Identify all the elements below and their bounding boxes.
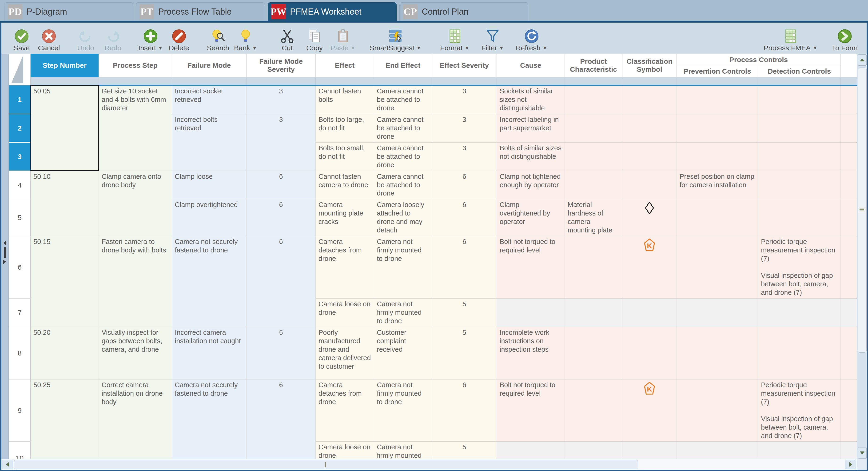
cell-extra[interactable] bbox=[841, 379, 857, 442]
cell-failure-mode[interactable]: Camera not securely fastened to drone bbox=[172, 379, 247, 459]
process-fmea-button[interactable]: Process FMEA▼ bbox=[761, 24, 820, 52]
cell-end-effect[interactable]: Camera cannot be attached to drone bbox=[374, 142, 432, 171]
column-header-effect[interactable]: Effect bbox=[316, 54, 374, 77]
cell-classification-symbol[interactable] bbox=[622, 142, 677, 171]
cell-failure-mode-severity[interactable]: 6 bbox=[247, 379, 316, 459]
filter-cell[interactable] bbox=[497, 77, 565, 85]
cell-cause[interactable]: Incomplete work instructions on inspecti… bbox=[497, 327, 565, 379]
filter-cell[interactable] bbox=[677, 77, 758, 85]
cell-cause[interactable]: Sockets of similar sizes not distinguish… bbox=[497, 85, 565, 114]
row-header[interactable]: 3 bbox=[9, 142, 31, 171]
panel-splitter-handle[interactable] bbox=[2, 241, 7, 264]
cell-failure-mode-severity[interactable]: 6 bbox=[247, 199, 316, 236]
format-button[interactable]: Format▼ bbox=[438, 24, 472, 52]
cancel-button[interactable]: Cancel bbox=[35, 24, 63, 52]
cell-effect-severity[interactable]: 5 bbox=[432, 442, 497, 459]
filter-cell[interactable] bbox=[31, 77, 99, 85]
cell-end-effect[interactable]: Camera not firmly mounted to drone bbox=[374, 379, 432, 442]
cell-product-characteristic[interactable] bbox=[565, 298, 622, 327]
column-header-prevention-controls[interactable]: Prevention Controls bbox=[677, 66, 758, 77]
cell-extra[interactable] bbox=[841, 236, 857, 299]
cell-step-number[interactable]: 50.25 bbox=[31, 379, 99, 459]
cell-process-step[interactable]: Visually inspect for gaps between bolts,… bbox=[99, 327, 172, 379]
cell-classification-symbol[interactable] bbox=[622, 114, 677, 142]
row-header[interactable]: 10 bbox=[9, 442, 31, 459]
cell-prevention-controls[interactable] bbox=[677, 142, 758, 171]
cell-detection-controls[interactable] bbox=[758, 298, 841, 327]
cell-product-characteristic[interactable] bbox=[565, 171, 622, 199]
row-header[interactable]: 9 bbox=[9, 379, 31, 442]
cell-effect[interactable]: Cannot fasten bolts bbox=[316, 85, 374, 114]
cell-process-step[interactable]: Fasten camera to drone body with bolts bbox=[99, 236, 172, 327]
cell-step-number[interactable]: 50.05 bbox=[31, 85, 99, 171]
cell-detection-controls[interactable] bbox=[758, 142, 841, 171]
delete-button[interactable]: Delete bbox=[165, 24, 193, 52]
filter-cell[interactable] bbox=[172, 77, 247, 85]
row-header[interactable]: 1 bbox=[9, 85, 31, 114]
row-header[interactable]: 4 bbox=[9, 171, 31, 199]
cell-product-characteristic[interactable] bbox=[565, 327, 622, 379]
cell-failure-mode-severity[interactable]: 3 bbox=[247, 85, 316, 114]
cell-extra[interactable] bbox=[841, 199, 857, 236]
cell-effect[interactable]: Camera detaches from drone bbox=[316, 379, 374, 442]
row-header[interactable]: 7 bbox=[9, 298, 31, 327]
cell-step-number[interactable]: 50.15 bbox=[31, 236, 99, 327]
cell-cause[interactable]: Bolts of similar sizes not distinguishab… bbox=[497, 142, 565, 171]
column-group-header-process-controls[interactable]: Process Controls bbox=[677, 54, 841, 66]
column-header-failure-mode[interactable]: Failure Mode bbox=[172, 54, 247, 77]
bank-button[interactable]: Bank▼ bbox=[232, 24, 259, 52]
row-header[interactable]: 5 bbox=[9, 199, 31, 236]
filter-cell[interactable] bbox=[374, 77, 432, 85]
cell-classification-symbol[interactable]: K bbox=[622, 236, 677, 299]
cell-effect[interactable]: Camera detaches from drone bbox=[316, 236, 374, 299]
column-header-classification-symbol[interactable]: Classification Symbol bbox=[622, 54, 677, 77]
cell-product-characteristic[interactable]: Material hardness of camera mounting pla… bbox=[565, 199, 622, 236]
cell-effect[interactable]: Camera mounting plate cracks bbox=[316, 199, 374, 236]
cell-step-number[interactable]: 50.20 bbox=[31, 327, 99, 379]
cell-extra[interactable] bbox=[841, 142, 857, 171]
column-header-failure-mode-severity[interactable]: Failure Mode Severity bbox=[247, 54, 316, 77]
insert-button[interactable]: Insert▼ bbox=[136, 24, 165, 52]
column-header-effect-severity[interactable]: Effect Severity bbox=[432, 54, 497, 77]
tab-p-diagram[interactable]: PD P-Diagram bbox=[4, 2, 133, 21]
cell-cause[interactable]: Clamp not tightened enough by operator bbox=[497, 171, 565, 199]
filter-cell[interactable] bbox=[99, 77, 172, 85]
cell-effect-severity[interactable]: 6 bbox=[432, 379, 497, 442]
cell-end-effect[interactable]: Camera cannot be attached to drone bbox=[374, 114, 432, 142]
cell-process-step[interactable]: Get size 10 socket and 4 bolts with 6mm … bbox=[99, 85, 172, 171]
filter-cell[interactable] bbox=[841, 77, 857, 85]
row-header[interactable]: 8 bbox=[9, 327, 31, 379]
column-header-detection-controls[interactable]: Detection Controls bbox=[758, 66, 841, 77]
filter-cell[interactable] bbox=[758, 77, 841, 85]
cell-effect-severity[interactable]: 5 bbox=[432, 298, 497, 327]
cell-classification-symbol[interactable] bbox=[622, 171, 677, 199]
cell-effect-severity[interactable]: 3 bbox=[432, 114, 497, 142]
cell-extra[interactable] bbox=[841, 442, 857, 459]
cell-classification-symbol[interactable] bbox=[622, 327, 677, 379]
cell-prevention-controls[interactable]: Preset position on clamp for camera inst… bbox=[677, 171, 758, 199]
to-form-button[interactable]: To Form bbox=[830, 24, 860, 52]
cell-cause[interactable] bbox=[497, 442, 565, 459]
cell-step-number[interactable]: 50.10 bbox=[31, 171, 99, 236]
column-header-extra[interactable] bbox=[841, 54, 857, 77]
cell-detection-controls[interactable] bbox=[758, 442, 841, 459]
cell-failure-mode-severity[interactable]: 3 bbox=[247, 114, 316, 171]
cell-classification-symbol[interactable]: K bbox=[622, 379, 677, 442]
cell-failure-mode[interactable]: Clamp loose bbox=[172, 171, 247, 199]
cell-extra[interactable] bbox=[841, 298, 857, 327]
cell-failure-mode-severity[interactable]: 6 bbox=[247, 171, 316, 199]
cell-extra[interactable] bbox=[841, 85, 857, 114]
cut-button[interactable]: Cut bbox=[274, 24, 301, 52]
filter-cell[interactable] bbox=[432, 77, 497, 85]
tab-process-flow-table[interactable]: PT Process Flow Table bbox=[136, 2, 265, 21]
cell-prevention-controls[interactable] bbox=[677, 327, 758, 379]
select-all-corner[interactable] bbox=[9, 54, 31, 85]
cell-extra[interactable] bbox=[841, 327, 857, 379]
cell-effect[interactable]: Camera loose on drone bbox=[316, 298, 374, 327]
cell-end-effect[interactable]: Camera not firmly mounted to drone bbox=[374, 442, 432, 459]
cell-product-characteristic[interactable] bbox=[565, 114, 622, 142]
cell-detection-controls[interactable]: Periodic torque measurement inspection (… bbox=[758, 379, 841, 442]
column-header-step-number[interactable]: Step Number bbox=[31, 54, 99, 77]
cell-product-characteristic[interactable] bbox=[565, 442, 622, 459]
filter-cell[interactable] bbox=[247, 77, 316, 85]
